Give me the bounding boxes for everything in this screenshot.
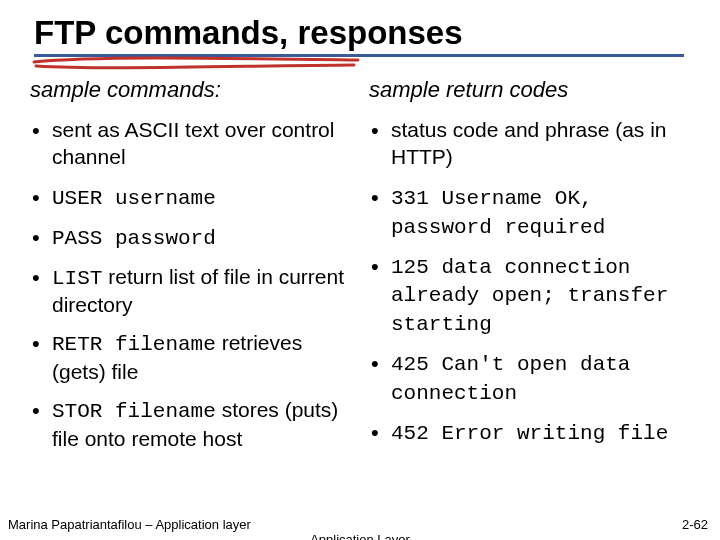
list-item: PASS password <box>30 224 351 253</box>
slide-title: FTP commands, responses <box>34 14 684 57</box>
list-item: 425 Can't open data connection <box>369 350 690 408</box>
right-list: status code and phrase (as in HTTP) 331 … <box>369 117 690 448</box>
footer-left: Marina Papatriantafilou – Application la… <box>8 517 251 532</box>
list-item: USER username <box>30 184 351 213</box>
underline-scribble <box>32 54 362 72</box>
list-item: STOR filename stores (puts) file onto re… <box>30 397 351 453</box>
list-item: 125 data connection already open; transf… <box>369 253 690 340</box>
right-heading: sample return codes <box>369 77 690 103</box>
footer-right: 2-62 <box>682 517 708 532</box>
list-item: status code and phrase (as in HTTP) <box>369 117 690 173</box>
list-item: 331 Username OK, password required <box>369 184 690 242</box>
list-item: sent as ASCII text over control channel <box>30 117 351 173</box>
footer-center: Application Layer <box>0 532 720 540</box>
left-column: sample commands: sent as ASCII text over… <box>30 77 351 464</box>
list-item: RETR filename retrieves (gets) file <box>30 330 351 386</box>
right-column: sample return codes status code and phra… <box>369 77 690 464</box>
list-item: LIST return list of file in current dire… <box>30 264 351 320</box>
left-list: sent as ASCII text over control channel … <box>30 117 351 453</box>
left-heading: sample commands: <box>30 77 351 103</box>
list-item: 452 Error writing file <box>369 419 690 448</box>
